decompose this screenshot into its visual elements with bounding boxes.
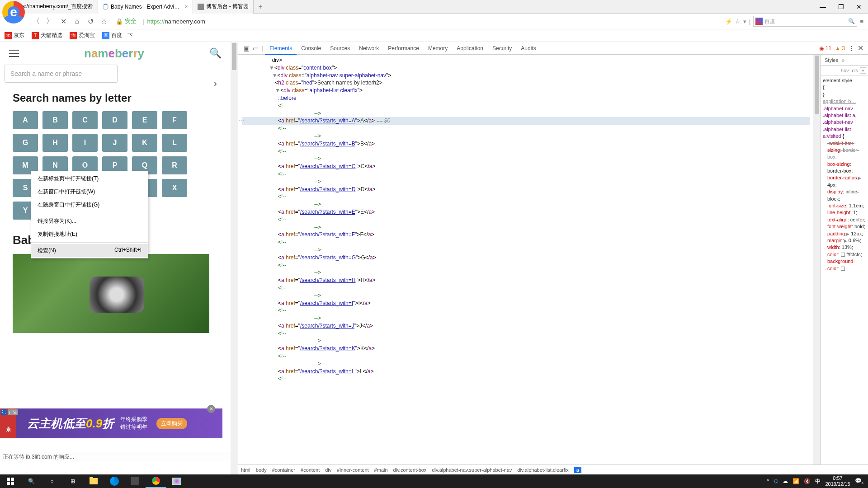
letter-a[interactable]: A — [13, 111, 38, 129]
breadcrumb-item[interactable]: #container — [272, 467, 295, 473]
tray-chevron-icon[interactable]: ^ — [767, 478, 769, 484]
context-menu-item[interactable]: 链接另存为(K)... — [31, 215, 148, 228]
devtools-tab-sources[interactable]: Sources — [326, 42, 354, 54]
fav-icon[interactable]: ☆ — [735, 18, 741, 25]
search-icon[interactable]: 🔍 — [209, 47, 222, 59]
bookmark-item[interactable]: 淘爱淘宝 — [70, 32, 95, 39]
close-icon[interactable]: ✕ — [850, 0, 868, 14]
tab-styles[interactable]: Styles — [824, 56, 839, 65]
inspect-icon[interactable]: ▣ — [242, 45, 251, 52]
explorer-icon[interactable] — [83, 474, 104, 488]
cortana-icon[interactable]: ○ — [42, 474, 62, 488]
paint-icon[interactable] — [166, 474, 187, 488]
dom-scrollbar[interactable] — [813, 55, 821, 465]
stop-icon[interactable]: ✕ — [59, 17, 68, 26]
letter-h[interactable]: H — [42, 134, 68, 152]
chevron-right-icon[interactable]: › — [214, 78, 217, 89]
ime-indicator[interactable]: 中 — [815, 478, 821, 485]
edge-icon[interactable] — [104, 474, 125, 488]
letter-e[interactable]: E — [132, 111, 157, 129]
ad-banner[interactable]: 京东云 ⛶广告 云主机低至0.9折 年终采购季错过等明年 立即购买 ✕ — [0, 408, 222, 438]
bluetooth-icon[interactable]: ⌬ — [774, 478, 778, 484]
breadcrumb-item[interactable]: div.alphabet-nav.super-alphabet-nav — [432, 467, 512, 473]
warning-badge[interactable]: ▲ 3 — [835, 45, 845, 52]
minimize-icon[interactable]: — — [814, 0, 832, 14]
maximize-icon[interactable]: ❐ — [832, 0, 850, 14]
devtools-tab-performance[interactable]: Performance — [383, 42, 424, 54]
devtools-tab-network[interactable]: Network — [354, 42, 383, 54]
breadcrumb-item[interactable]: #main — [374, 467, 388, 473]
start-icon[interactable] — [0, 474, 21, 488]
close-icon[interactable]: × — [184, 4, 188, 10]
reload-icon[interactable]: ↺ — [86, 17, 95, 26]
context-menu-item[interactable]: 复制链接地址(E) — [31, 228, 148, 241]
ad-close-icon[interactable]: ✕ — [207, 405, 215, 413]
bookmark-item[interactable]: 百百度一下 — [102, 32, 133, 39]
letter-c[interactable]: C — [72, 111, 98, 129]
browser-tab-1[interactable]: Baby Names - Expert Advice, × — [98, 0, 193, 14]
bookmark-item[interactable]: JD京东 — [5, 32, 24, 39]
breadcrumb-item[interactable]: div.alphabet-list.clearfix — [517, 467, 569, 473]
news-image[interactable] — [13, 254, 209, 333]
letter-j[interactable]: J — [102, 134, 127, 152]
devtools-tab-memory[interactable]: Memory — [424, 42, 452, 54]
taskview-icon[interactable]: ⊞ — [62, 474, 83, 488]
devtools-tab-security[interactable]: Security — [488, 42, 516, 54]
breadcrumb-item[interactable]: div.content-box — [393, 467, 427, 473]
letter-k[interactable]: K — [132, 134, 157, 152]
letter-r[interactable]: R — [162, 156, 187, 174]
forward-icon[interactable]: 〉 — [45, 17, 54, 26]
letter-b[interactable]: B — [42, 111, 68, 129]
address-bar[interactable]: 🔒 安全 | https://nameberry.com — [113, 15, 721, 27]
styles-body[interactable]: element.style{}application-b….alphabet-n… — [821, 75, 868, 465]
kebab-icon[interactable]: ⋮ — [849, 45, 854, 52]
browser-tab-2[interactable]: 博客后台 - 博客园 — [193, 0, 254, 14]
context-menu-item[interactable]: 在新标签页中打开链接(T) — [31, 172, 148, 185]
home-icon[interactable]: ⌂ — [72, 17, 81, 26]
overflow-icon[interactable]: » — [842, 57, 844, 63]
wifi-icon[interactable]: 📶 — [793, 478, 799, 484]
browser-search-input[interactable]: 百度 🔍 — [753, 16, 857, 27]
volume-icon[interactable]: 🔇 — [804, 478, 811, 484]
chrome-icon[interactable] — [146, 474, 166, 488]
devtools-tab-application[interactable]: Application — [452, 42, 488, 54]
devtools-tab-console[interactable]: Console — [297, 42, 326, 54]
add-rule-button[interactable]: + — [860, 67, 866, 74]
page-scrollbar[interactable] — [231, 42, 238, 474]
letter-i[interactable]: I — [72, 134, 98, 152]
context-menu-item[interactable]: 检查(N)Ctrl+Shift+I — [31, 244, 148, 257]
breadcrumb-item[interactable]: body — [256, 467, 267, 473]
context-menu-item[interactable]: 在新窗口中打开链接(W) — [31, 185, 148, 198]
letter-d[interactable]: D — [102, 111, 127, 129]
close-icon[interactable]: ✕ — [858, 44, 863, 52]
context-menu-item[interactable]: 在隐身窗口中打开链接(G) — [31, 198, 148, 211]
selected-dom-node[interactable]: ⋯ <a href="/search/?starts_with=A">A</a>… — [242, 117, 810, 125]
search-icon[interactable]: 🔍 — [21, 474, 42, 488]
breadcrumb-item[interactable]: html — [241, 467, 250, 473]
letter-f[interactable]: F — [162, 111, 187, 129]
letter-g[interactable]: G — [13, 134, 38, 152]
dom-tree[interactable]: div> ▼<div class="content-box"> ▼<div cl… — [238, 55, 813, 465]
devtools-tab-audits[interactable]: Audits — [516, 42, 540, 54]
search-icon[interactable]: 🔍 — [848, 18, 855, 24]
sublime-icon[interactable] — [125, 474, 146, 488]
name-search-input[interactable]: Search a name or phrase — [5, 65, 118, 83]
breadcrumb-item[interactable]: div — [325, 467, 331, 473]
cls-toggle[interactable]: .cls — [851, 68, 859, 73]
cloud-icon[interactable]: ☁ — [783, 478, 788, 484]
clock[interactable]: 0:57 2019/12/15 — [825, 475, 850, 487]
menu-icon[interactable]: ≡ — [860, 18, 863, 25]
breadcrumb-item[interactable]: #content — [301, 467, 320, 473]
hov-toggle[interactable]: :hov — [840, 68, 849, 73]
breadcrumb-item[interactable]: a — [574, 467, 581, 473]
device-icon[interactable]: ▭ — [251, 45, 260, 52]
error-badge[interactable]: ◉ 11 — [819, 45, 831, 52]
bookmark-item[interactable]: T天猫精选 — [32, 32, 62, 39]
ad-cta-button[interactable]: 立即购买 — [156, 418, 187, 429]
back-icon[interactable]: 〈 — [32, 17, 41, 26]
star-icon[interactable]: ☆ — [99, 17, 108, 26]
devtools-tab-elements[interactable]: Elements — [265, 42, 297, 55]
letter-x[interactable]: X — [162, 179, 187, 197]
hamburger-icon[interactable] — [9, 50, 19, 57]
new-tab-button[interactable]: + — [254, 3, 267, 11]
